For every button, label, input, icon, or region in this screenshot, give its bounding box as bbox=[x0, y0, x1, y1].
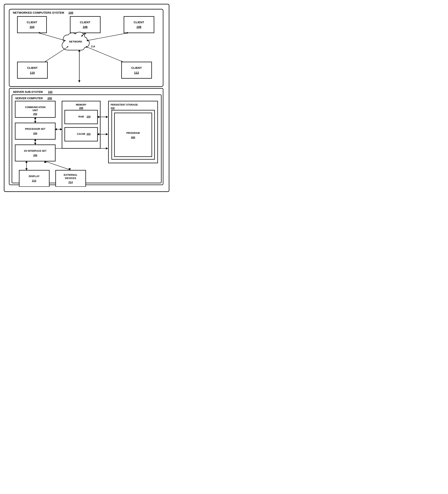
program-ref: 300 bbox=[131, 136, 135, 139]
program-label: PROGRAM bbox=[127, 132, 140, 135]
client-106-ref: 106 bbox=[83, 25, 88, 28]
persistent-storage-label: PERSISTENT STORAGE bbox=[111, 103, 138, 106]
comm-unit-ref: 202 bbox=[33, 113, 37, 115]
client-104-ref: 104 bbox=[29, 25, 34, 28]
client-112-label: CLIENT bbox=[131, 66, 142, 69]
client-108-box bbox=[124, 16, 154, 33]
memory-label: MEMORY bbox=[76, 103, 86, 106]
server-computer-ref: 200 bbox=[48, 97, 52, 100]
diagram-svg: NETWORKED COMPUTERS SYSTEM 100 CLIENT 10… bbox=[8, 8, 165, 187]
cache-ref: 232 bbox=[87, 133, 91, 135]
client-110-box bbox=[17, 62, 47, 78]
external-devices-label2: DEVICES bbox=[65, 177, 76, 180]
network-label: NETWORK bbox=[69, 40, 82, 43]
comm-unit-label2: UNIT bbox=[33, 109, 38, 112]
client-108-ref: 108 bbox=[136, 25, 141, 28]
networked-ref: 100 bbox=[68, 11, 73, 14]
cache-label: CACHE bbox=[77, 133, 85, 135]
ram-ref: 230 bbox=[87, 115, 91, 118]
client-108-label: CLIENT bbox=[134, 21, 144, 24]
server-subsystem-label: SERVER SUB-SYSTEM bbox=[13, 90, 43, 93]
processor-set-label: PROCESSOR SET bbox=[25, 128, 45, 130]
network-ref: 114 bbox=[91, 45, 95, 48]
io-interface-ref: 206 bbox=[33, 154, 37, 157]
display-box bbox=[19, 170, 49, 186]
client-112-ref: 112 bbox=[134, 71, 139, 74]
client-106-label: CLIENT bbox=[80, 21, 90, 24]
display-ref: 212 bbox=[32, 179, 36, 182]
io-interface-box bbox=[15, 145, 55, 161]
io-interface-label: I/O INTERFACE SET bbox=[24, 150, 47, 152]
persistent-storage-ref: 210 bbox=[111, 107, 115, 110]
client-112-box bbox=[122, 62, 152, 78]
client-110-label: CLIENT bbox=[27, 66, 38, 69]
persistent-storage-innermost-box bbox=[115, 113, 152, 157]
server-computer-label: SERVER COMPUTER bbox=[15, 97, 43, 100]
memory-ref: 208 bbox=[79, 107, 83, 110]
client-106-box bbox=[70, 16, 100, 33]
client-104-box bbox=[17, 16, 46, 33]
processor-set-ref: 204 bbox=[33, 132, 37, 135]
external-devices-ref: 214 bbox=[68, 181, 73, 184]
external-devices-label: EXTERNAL bbox=[64, 173, 77, 176]
client-104-label: CLIENT bbox=[27, 21, 37, 24]
ram-label: RAM bbox=[78, 115, 84, 118]
networked-title: NETWORKED COMPUTERS SYSTEM bbox=[13, 11, 64, 14]
main-container: NETWORKED COMPUTERS SYSTEM 100 CLIENT 10… bbox=[4, 4, 169, 192]
server-subsystem-ref: 102 bbox=[48, 90, 52, 93]
processor-set-box bbox=[15, 123, 55, 139]
client-110-ref: 110 bbox=[30, 71, 35, 74]
comm-unit-label: COMMUNICATION bbox=[25, 106, 45, 109]
display-label: DISPLAY bbox=[29, 175, 39, 178]
